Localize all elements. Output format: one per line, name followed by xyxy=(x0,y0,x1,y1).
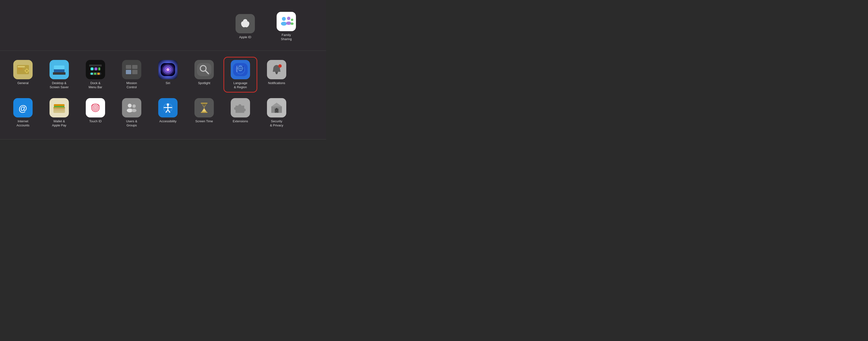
svg-rect-61 xyxy=(53,107,65,108)
language-label: Language& Region xyxy=(234,81,247,89)
screentime-label: Screen Time xyxy=(195,119,213,124)
general-icon xyxy=(13,60,33,79)
svg-rect-19 xyxy=(53,72,65,75)
svg-rect-24 xyxy=(94,73,96,75)
svg-rect-18 xyxy=(54,65,64,69)
siri-label: Siri xyxy=(166,81,170,85)
security-icon xyxy=(267,98,286,118)
dock-icon xyxy=(86,60,105,79)
notifications-label: Notifications xyxy=(268,81,285,85)
svg-point-52 xyxy=(276,72,278,74)
svg-point-70 xyxy=(132,104,136,108)
svg-text:@: @ xyxy=(19,103,27,113)
general-label: General xyxy=(18,81,29,85)
svg-rect-21 xyxy=(89,64,102,66)
accessibility-icon xyxy=(158,98,178,118)
svg-rect-9 xyxy=(18,68,23,69)
svg-point-88 xyxy=(276,110,277,111)
grid-item-desktop[interactable]: Desktop &Screen Saver xyxy=(43,58,75,91)
svg-rect-26 xyxy=(91,67,93,70)
spotlight-icon xyxy=(194,60,214,79)
accessibility-label: Accessibility xyxy=(159,119,177,124)
grid-item-wallet[interactable]: Wallet &Apple Pay xyxy=(43,96,75,129)
internet-icon: @ xyxy=(13,98,33,118)
apple-id-label: Apple ID xyxy=(239,35,251,39)
grid-item-dock[interactable]: Dock &Menu Bar xyxy=(80,58,111,91)
grid-item-security[interactable]: Security& Privacy xyxy=(261,96,292,129)
svg-point-68 xyxy=(128,104,132,107)
svg-point-53 xyxy=(278,64,282,68)
svg-rect-39 xyxy=(197,63,211,76)
grid-item-screentime[interactable]: Screen Time xyxy=(188,96,220,125)
svg-point-3 xyxy=(287,17,290,20)
svg-rect-67 xyxy=(124,101,139,114)
main-section: General Desktop &Screen Saver xyxy=(0,51,326,140)
touchid-icon xyxy=(86,98,105,118)
svg-rect-33 xyxy=(132,70,137,74)
top-section: Apple ID FamilySharing xyxy=(0,0,326,51)
extensions-label: Extensions xyxy=(232,119,248,124)
svg-point-0 xyxy=(245,20,247,21)
users-label: Users &Groups xyxy=(126,119,137,128)
grid-item-mission[interactable]: MissionControl xyxy=(116,58,147,91)
wallet-label: Wallet &Apple Pay xyxy=(52,119,66,128)
grid-item-accessibility[interactable]: Accessibility xyxy=(152,96,184,125)
svg-rect-49 xyxy=(237,66,237,72)
row-2: @ InternetAccounts Wallet &Apple Pay xyxy=(7,96,319,129)
svg-rect-34 xyxy=(126,70,131,74)
dock-label: Dock &Menu Bar xyxy=(89,81,102,89)
grid-item-siri[interactable]: Siri xyxy=(152,58,184,87)
apple-id-icon xyxy=(236,14,255,33)
grid-item-language[interactable]: Language& Region xyxy=(225,58,256,91)
grid-item-apple-id[interactable]: Apple ID xyxy=(229,12,261,41)
svg-rect-8 xyxy=(18,66,25,67)
grid-item-notifications[interactable]: Notifications xyxy=(261,58,292,87)
extensions-icon xyxy=(231,98,250,118)
svg-rect-27 xyxy=(94,67,97,70)
svg-point-38 xyxy=(166,68,169,71)
grid-item-general[interactable]: General xyxy=(7,58,39,87)
mission-label: MissionControl xyxy=(126,81,137,89)
svg-point-5 xyxy=(291,19,293,21)
internet-label: InternetAccounts xyxy=(17,119,29,128)
svg-rect-23 xyxy=(91,73,93,75)
svg-rect-25 xyxy=(97,73,100,75)
grid-item-spotlight[interactable]: Spotlight xyxy=(188,58,220,87)
grid-item-touchid[interactable]: Touch ID xyxy=(80,96,111,125)
svg-rect-10 xyxy=(18,69,24,70)
family-sharing-label: FamilySharing xyxy=(281,33,292,41)
language-icon xyxy=(231,60,250,79)
desktop-label: Desktop &Screen Saver xyxy=(50,81,69,89)
family-sharing-icon xyxy=(277,12,296,31)
notifications-icon xyxy=(267,60,286,79)
siri-icon xyxy=(158,60,178,79)
row-1: General Desktop &Screen Saver xyxy=(7,58,319,91)
touchid-label: Touch ID xyxy=(89,119,101,124)
svg-point-66 xyxy=(95,107,96,108)
svg-rect-80 xyxy=(201,103,208,104)
security-label: Security& Privacy xyxy=(270,119,283,128)
mission-icon xyxy=(122,60,141,79)
grid-item-internet[interactable]: @ InternetAccounts xyxy=(7,96,39,129)
wallet-icon xyxy=(50,98,69,118)
svg-rect-31 xyxy=(132,65,137,69)
grid-item-extensions[interactable]: Extensions xyxy=(225,96,256,125)
top-icons: Apple ID FamilySharing xyxy=(229,10,316,43)
users-icon xyxy=(122,98,141,118)
svg-rect-30 xyxy=(126,65,131,69)
svg-point-74 xyxy=(167,103,169,106)
svg-point-2 xyxy=(281,22,287,26)
grid-item-users[interactable]: Users &Groups xyxy=(116,96,147,129)
desktop-icon xyxy=(50,60,69,79)
screentime-icon xyxy=(194,98,214,118)
spotlight-label: Spotlight xyxy=(198,81,210,85)
svg-rect-28 xyxy=(98,67,100,70)
svg-point-1 xyxy=(282,17,286,21)
grid-item-family-sharing[interactable]: FamilySharing xyxy=(271,10,302,43)
svg-point-71 xyxy=(132,109,136,112)
svg-rect-81 xyxy=(201,112,208,113)
